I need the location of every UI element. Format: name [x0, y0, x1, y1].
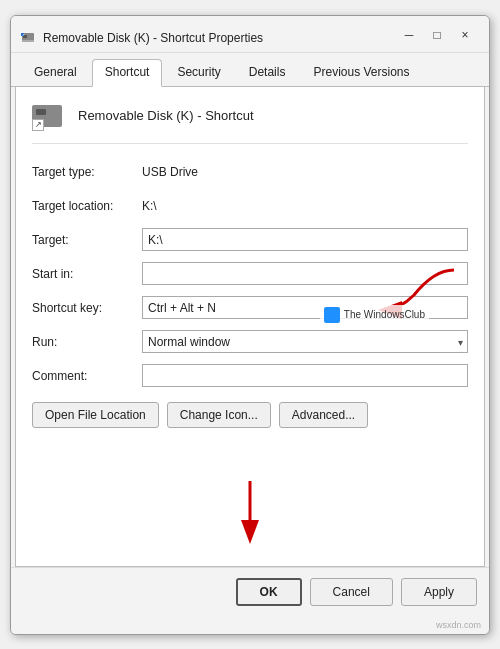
close-button[interactable]: × [451, 24, 479, 46]
target-label: Target: [32, 233, 142, 247]
disk-slot [36, 109, 46, 115]
target-type-label: Target type: [32, 165, 142, 179]
windowsclub-badge: The WindowsClub [320, 305, 429, 325]
window-icon: ↗ [21, 30, 37, 46]
svg-rect-2 [22, 40, 34, 42]
properties-window: ↗ Removable Disk (K) - Shortcut Properti… [10, 15, 490, 635]
comment-input[interactable] [142, 364, 468, 387]
target-input[interactable] [142, 228, 468, 251]
minimize-button[interactable]: ─ [395, 24, 423, 46]
wc-blue-box [324, 307, 340, 323]
file-icon-area: ↗ [32, 101, 68, 131]
comment-label: Comment: [32, 369, 142, 383]
svg-text:↗: ↗ [22, 33, 25, 37]
maximize-button[interactable]: □ [423, 24, 451, 46]
ok-button[interactable]: OK [236, 578, 302, 606]
tab-security[interactable]: Security [164, 59, 233, 86]
shortcut-key-label: Shortcut key: [32, 301, 142, 315]
wsxdn-watermark: wsxdn.com [11, 618, 489, 634]
dialog-footer: OK Cancel Apply [11, 567, 489, 618]
tab-shortcut[interactable]: Shortcut [92, 59, 163, 87]
open-file-location-button[interactable]: Open File Location [32, 402, 159, 428]
file-title: Removable Disk (K) - Shortcut [78, 108, 254, 123]
advanced-button[interactable]: Advanced... [279, 402, 368, 428]
start-in-row: Start in: [32, 262, 468, 286]
target-type-value: USB Drive [142, 165, 198, 179]
start-in-label: Start in: [32, 267, 142, 281]
tab-general[interactable]: General [21, 59, 90, 86]
file-header: ↗ Removable Disk (K) - Shortcut [32, 101, 468, 144]
apply-button[interactable]: Apply [401, 578, 477, 606]
tab-details[interactable]: Details [236, 59, 299, 86]
target-location-label: Target location: [32, 199, 142, 213]
shortcut-overlay-icon: ↗ [32, 119, 44, 131]
tab-bar: General Shortcut Security Details Previo… [11, 53, 489, 87]
change-icon-button[interactable]: Change Icon... [167, 402, 271, 428]
target-location-row: Target location: K:\ [32, 194, 468, 218]
tab-content: ↗ Removable Disk (K) - Shortcut Target t… [15, 87, 485, 567]
run-row: Run: Normal window Minimized Maximized ▾ [32, 330, 468, 354]
tab-previous-versions[interactable]: Previous Versions [300, 59, 422, 86]
target-type-row: Target type: USB Drive [32, 160, 468, 184]
window-controls: ─ □ × [395, 24, 479, 46]
run-select-wrap: Normal window Minimized Maximized ▾ [142, 330, 468, 353]
action-buttons: Open File Location Change Icon... Advanc… [32, 402, 468, 428]
target-row: Target: [32, 228, 468, 252]
title-bar-left: ↗ Removable Disk (K) - Shortcut Properti… [21, 30, 263, 46]
title-bar: ↗ Removable Disk (K) - Shortcut Properti… [11, 16, 489, 53]
run-select[interactable]: Normal window Minimized Maximized [142, 330, 468, 353]
windowsclub-text: The WindowsClub [344, 309, 425, 321]
comment-row: Comment: [32, 364, 468, 388]
cancel-button[interactable]: Cancel [310, 578, 393, 606]
window-title: Removable Disk (K) - Shortcut Properties [43, 31, 263, 45]
disk-icon: ↗ [32, 101, 68, 131]
target-location-value: K:\ [142, 199, 157, 213]
red-arrow-ok [210, 476, 290, 556]
run-label: Run: [32, 335, 142, 349]
start-in-input[interactable] [142, 262, 468, 285]
